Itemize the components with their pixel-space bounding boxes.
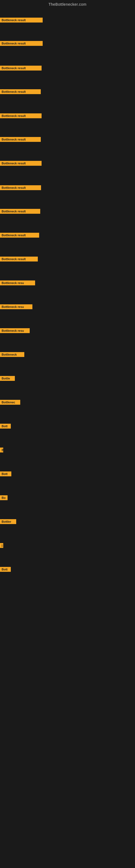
bottleneck-result-item: B bbox=[0, 447, 3, 454]
bottleneck-badge: Bottleneck result bbox=[0, 233, 39, 238]
bottleneck-result-item: | bbox=[0, 543, 3, 549]
bottleneck-badge: Bottleneck result bbox=[0, 257, 38, 261]
bottleneck-badge: Bottle bbox=[0, 376, 15, 381]
bottleneck-result-item: Bottleneck result bbox=[0, 113, 42, 119]
bottleneck-badge: Bott bbox=[0, 567, 11, 572]
bottleneck-badge: Bottleneck result bbox=[0, 89, 41, 94]
bottleneck-badge: B bbox=[0, 447, 3, 453]
bottleneck-badge: Bottleneck resu bbox=[0, 280, 35, 285]
bottleneck-result-item: Bottleneck result bbox=[0, 161, 42, 167]
bottleneck-badge: Bottleneck result bbox=[0, 161, 42, 166]
bottleneck-result-item: Bottleneck result bbox=[0, 233, 39, 239]
bottleneck-result-item: Bo bbox=[0, 495, 8, 501]
bottleneck-badge: Bottleneck result bbox=[0, 66, 42, 70]
bottleneck-result-item: Bott bbox=[0, 471, 11, 477]
bottleneck-badge: Bottleneck result bbox=[0, 185, 41, 190]
bottleneck-result-item: Bott bbox=[0, 424, 11, 430]
bottleneck-result-item: Bottlenec bbox=[0, 400, 20, 406]
bottleneck-result-item: Bottleneck result bbox=[0, 209, 40, 215]
bottleneck-result-item: Bottleneck result bbox=[0, 257, 38, 262]
bottleneck-badge: Bottleneck result bbox=[0, 113, 42, 118]
site-title: TheBottlenecker.com bbox=[0, 0, 135, 8]
bottleneck-result-item: Bottleneck result bbox=[0, 18, 43, 24]
bottleneck-badge: | bbox=[0, 543, 3, 548]
bottleneck-badge: Bottleneck bbox=[0, 352, 24, 357]
bottleneck-badge: Bottleneck result bbox=[0, 41, 43, 46]
bottleneck-result-item: Bottleneck result bbox=[0, 89, 41, 95]
bottleneck-result-item: Bottleneck result bbox=[0, 185, 41, 191]
bottleneck-badge: Bottleneck resu bbox=[0, 328, 30, 333]
bottleneck-result-item: Bottleneck result bbox=[0, 66, 42, 72]
bottleneck-result-item: Bottleneck resu bbox=[0, 280, 35, 286]
bottleneck-badge: Bottleneck resu bbox=[0, 304, 32, 309]
bottleneck-result-item: Bottleneck result bbox=[0, 41, 43, 47]
bottleneck-result-item: Bottle bbox=[0, 376, 15, 382]
bottleneck-result-item: Bottler bbox=[0, 519, 16, 525]
bottleneck-badge: Bottleneck result bbox=[0, 209, 40, 214]
bottleneck-result-item: Bottleneck result bbox=[0, 137, 41, 143]
bottleneck-badge: Bo bbox=[0, 495, 8, 500]
bottleneck-badge: Bottler bbox=[0, 519, 16, 524]
bottleneck-badge: Bottlenec bbox=[0, 400, 20, 405]
bottleneck-result-item: Bottleneck bbox=[0, 352, 24, 358]
bottleneck-badge: Bottleneck result bbox=[0, 18, 43, 23]
bottleneck-result-item: Bott bbox=[0, 567, 11, 573]
bottleneck-result-item: Bottleneck resu bbox=[0, 304, 32, 310]
bottleneck-badge: Bott bbox=[0, 424, 11, 429]
bottleneck-result-item: Bottleneck resu bbox=[0, 328, 30, 334]
bottleneck-badge: Bottleneck result bbox=[0, 137, 41, 142]
bottleneck-badge: Bott bbox=[0, 471, 11, 476]
